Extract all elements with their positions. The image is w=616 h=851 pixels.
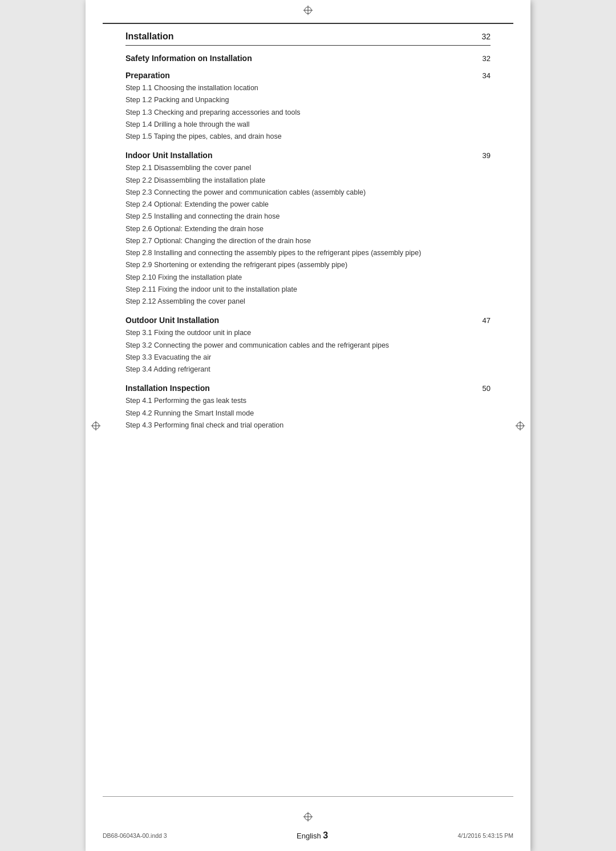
indoor-steps: Step 2.1 Disassembling the cover panel S…	[125, 162, 491, 308]
right-crosshair	[514, 420, 526, 431]
list-item: Step 2.6 Optional: Extending the drain h…	[125, 223, 491, 235]
list-item: Step 2.9 Shortening or extending the ref…	[125, 259, 491, 271]
list-item: Step 3.3 Evacuating the air	[125, 352, 491, 364]
top-crosshair	[302, 5, 314, 16]
list-item: Step 3.4 Adding refrigerant	[125, 364, 491, 376]
preparation-header: Preparation 34	[125, 71, 491, 80]
inspection-header: Installation Inspection 50	[125, 384, 491, 393]
list-item: Step 3.1 Fixing the outdoor unit in plac…	[125, 327, 491, 339]
outdoor-page: 47	[483, 316, 491, 325]
indoor-title: Indoor Unit Installation	[125, 151, 212, 160]
footer-date: 4/1/2016 5:43:15 PM	[458, 832, 514, 839]
list-item: Step 2.4 Optional: Extending the power c…	[125, 199, 491, 211]
inspection-title: Installation Inspection	[125, 384, 210, 393]
inspection-steps: Step 4.1 Performing the gas leak tests S…	[125, 395, 491, 431]
border-bottom	[103, 796, 513, 797]
outdoor-steps: Step 3.1 Fixing the outdoor unit in plac…	[125, 327, 491, 376]
installation-section: Installation 32 Safety Information on In…	[125, 31, 491, 431]
list-item: Step 1.4 Drilling a hole through the wal…	[125, 119, 491, 131]
indoor-page: 39	[483, 151, 491, 160]
preparation-page: 34	[483, 71, 491, 80]
installation-page: 32	[481, 32, 491, 41]
list-item: Step 4.1 Performing the gas leak tests	[125, 395, 491, 407]
content-area: Installation 32 Safety Information on In…	[125, 31, 491, 794]
list-item: Step 2.12 Assembling the cover panel	[125, 296, 491, 308]
list-item: Step 1.5 Taping the pipes, cables, and d…	[125, 131, 491, 143]
footer-language: English 3	[297, 830, 328, 841]
list-item: Step 2.10 Fixing the installation plate	[125, 272, 491, 284]
bottom-crosshair	[302, 811, 314, 822]
safety-title: Safety Information on Installation	[125, 54, 252, 63]
page: Installation 32 Safety Information on In…	[86, 0, 530, 851]
indoor-header: Indoor Unit Installation 39	[125, 151, 491, 160]
list-item: Step 1.2 Packing and Unpacking	[125, 94, 491, 106]
installation-title: Installation	[125, 31, 173, 42]
list-item: Step 2.11 Fixing the indoor unit to the …	[125, 284, 491, 296]
preparation-title: Preparation	[125, 71, 170, 80]
footer-file: DB68-06043A-00.indd 3	[103, 832, 167, 839]
list-item: Step 4.2 Running the Smart Install mode	[125, 408, 491, 420]
installation-header: Installation 32	[125, 31, 491, 42]
outdoor-header: Outdoor Unit Installation 47	[125, 316, 491, 325]
safety-page: 32	[483, 54, 491, 63]
installation-divider	[125, 45, 491, 46]
list-item: Step 1.3 Checking and preparing accessor…	[125, 107, 491, 119]
list-item: Step 2.2 Disassembling the installation …	[125, 175, 491, 187]
list-item: Step 1.1 Choosing the installation locat…	[125, 82, 491, 94]
list-item: Step 4.3 Performing final check and tria…	[125, 420, 491, 431]
safety-header: Safety Information on Installation 32	[125, 54, 491, 63]
list-item: Step 3.2 Connecting the power and commun…	[125, 340, 491, 352]
list-item: Step 2.1 Disassembling the cover panel	[125, 162, 491, 174]
border-top	[103, 23, 513, 24]
outdoor-title: Outdoor Unit Installation	[125, 316, 219, 325]
list-item: Step 2.8 Installing and connecting the a…	[125, 247, 491, 259]
list-item: Step 2.5 Installing and connecting the d…	[125, 211, 491, 223]
footer: DB68-06043A-00.indd 3 English 3 4/1/2016…	[103, 830, 513, 841]
list-item: Step 2.3 Connecting the power and commun…	[125, 187, 491, 199]
inspection-page: 50	[483, 384, 491, 393]
preparation-steps: Step 1.1 Choosing the installation locat…	[125, 82, 491, 143]
footer-center: English 3	[297, 830, 328, 841]
left-crosshair	[90, 420, 102, 431]
list-item: Step 2.7 Optional: Changing the directio…	[125, 235, 491, 247]
